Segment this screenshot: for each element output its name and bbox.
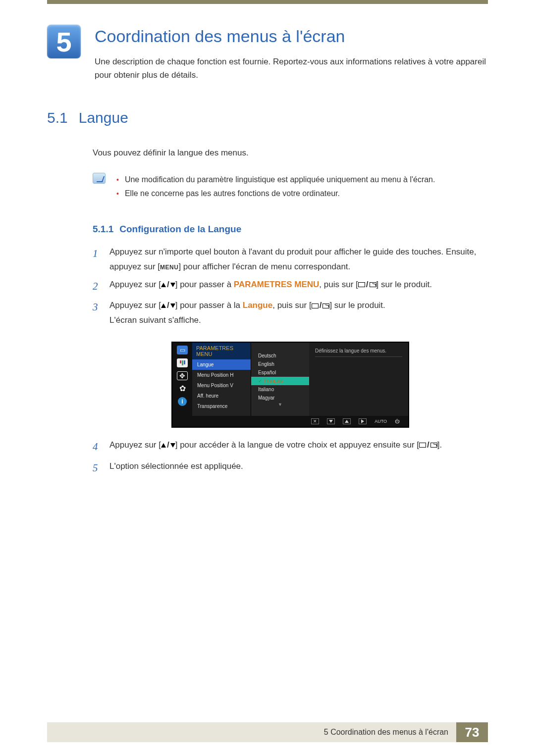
step-2: 2 Appuyez sur [/] pour passer à PARAMETR… — [93, 277, 488, 296]
triangle-down-icon — [170, 303, 175, 308]
osd-option: Español — [251, 368, 309, 377]
note-block: Une modification du paramètre linguistiq… — [93, 173, 488, 202]
subsection-heading: 5.1.1Configuration de la Langue — [93, 224, 488, 235]
step-1: 1 Appuyez sur n'importe quel bouton à l'… — [93, 245, 488, 274]
osd-option-selected: Français — [251, 377, 309, 385]
note-list: Une modification du paramètre linguistiq… — [116, 173, 435, 202]
step-number: 1 — [93, 245, 101, 274]
section-title: Langue — [79, 109, 128, 126]
menu-button-label: MENU — [160, 264, 178, 271]
osd-menu-column: PARAMETRES MENU Langue Menu Position H M… — [192, 343, 251, 416]
footer-chapter-label: 5 Coordination des menus à l'écran — [47, 722, 456, 742]
subsection-number: 5.1.1 — [93, 224, 113, 234]
osd-screenshot: ▭ ✥ ✿ i PARAMETRES MENU Langue Menu Posi… — [93, 342, 488, 428]
note-icon — [93, 173, 106, 184]
osd-menu-item-selected: Langue — [192, 359, 251, 370]
steps-list: 1 Appuyez sur n'importe quel bouton à l'… — [93, 245, 488, 328]
info-icon: i — [178, 397, 187, 406]
section-heading: 5.1Langue — [47, 109, 488, 126]
step-number: 2 — [93, 277, 101, 296]
triangle-down-icon — [327, 418, 335, 424]
osd-icon-column: ▭ ✥ ✿ i — [172, 343, 192, 416]
triangle-down-icon — [170, 443, 175, 448]
section-intro: Vous pouvez définir la langue des menus. — [93, 146, 488, 159]
chevron-down-icon: ▼ — [251, 402, 309, 407]
triangle-up-icon — [343, 418, 351, 424]
monitor-icon: ▭ — [177, 346, 188, 354]
power-icon: ⏻ — [395, 418, 399, 424]
source-icon — [370, 282, 376, 287]
step-number: 4 — [93, 438, 101, 456]
target-langue: Langue — [243, 301, 272, 310]
display-icon — [419, 443, 426, 448]
gear-icon: ✿ — [177, 384, 188, 393]
triangle-right-icon — [359, 418, 367, 424]
top-accent-bar — [47, 0, 488, 4]
osd-menu-item: Transparence — [192, 401, 251, 411]
step-4: 4 Appuyez sur [/] pour accéder à la lang… — [93, 438, 488, 456]
osd-menu-item: Menu Position V — [192, 380, 251, 391]
osd-option: Italiano — [251, 385, 309, 394]
bars-icon — [177, 358, 188, 367]
triangle-up-icon — [161, 303, 166, 308]
osd-menu-title: PARAMETRES MENU — [192, 343, 251, 359]
chapter-title: Coordination des menus à l'écran — [95, 27, 488, 46]
osd-bottom-bar: ✕ AUTO ⏻ — [172, 416, 408, 427]
auto-label: AUTO — [374, 418, 387, 424]
note-item: Une modification du paramètre linguistiq… — [125, 173, 435, 187]
close-icon: ✕ — [311, 418, 319, 424]
footer-page-number: 73 — [456, 722, 488, 742]
step-3: 3 Appuyez sur [/] pour passer à la Langu… — [93, 298, 488, 328]
subsection-title: Configuration de la Langue — [119, 224, 241, 234]
note-item: Elle ne concerne pas les autres fonction… — [125, 187, 340, 201]
display-icon — [312, 303, 319, 308]
osd-description: Définissez la langue des menus. — [309, 343, 408, 416]
display-icon — [358, 282, 365, 287]
section-5-1: 5.1Langue Vous pouvez définir la langue … — [47, 109, 488, 477]
section-number: 5.1 — [47, 109, 68, 126]
step-number: 5 — [93, 459, 101, 477]
triangle-down-icon — [170, 283, 175, 287]
chapter-number-badge: 5 — [47, 25, 81, 58]
osd-option: English — [251, 360, 309, 368]
page-footer: 5 Coordination des menus à l'écran 73 — [47, 722, 488, 742]
chapter-header: 5 Coordination des menus à l'écran Une d… — [47, 25, 488, 82]
osd-menu-item: Aff. heure — [192, 391, 251, 401]
osd-options-column: Deutsch English Español Français Italian… — [251, 343, 309, 416]
step-5: 5 L'option sélectionnée est appliquée. — [93, 459, 488, 477]
triangle-up-icon — [161, 283, 166, 287]
target-parametres-menu: PARAMETRES MENU — [234, 280, 320, 289]
source-icon — [322, 303, 329, 308]
osd-menu-item: Menu Position H — [192, 370, 251, 380]
triangle-up-icon — [161, 443, 166, 448]
chapter-description: Une description de chaque fonction est f… — [95, 55, 488, 82]
move-icon: ✥ — [177, 371, 188, 380]
steps-list-cont: 4 Appuyez sur [/] pour accéder à la lang… — [93, 438, 488, 477]
osd-option: Deutsch — [251, 352, 309, 360]
osd-option: Magyar — [251, 394, 309, 402]
step-number: 3 — [93, 298, 101, 328]
source-icon — [430, 443, 437, 448]
